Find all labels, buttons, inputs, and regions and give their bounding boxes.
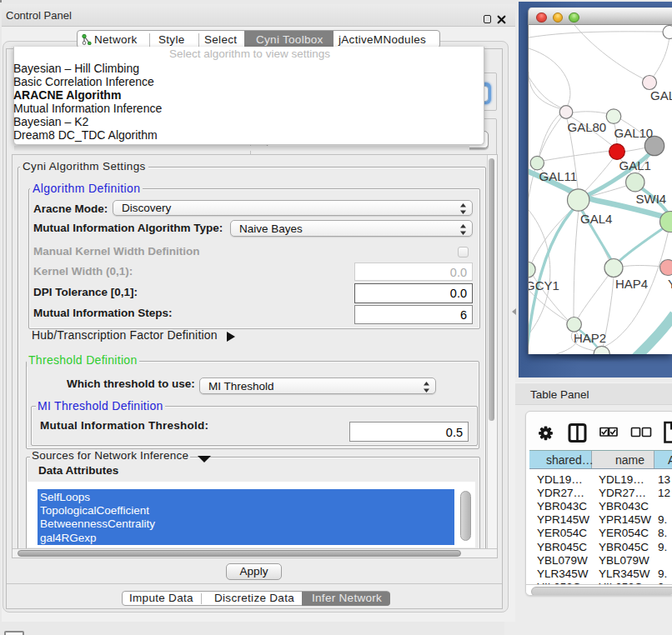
svg-text:SWI4: SWI4 <box>636 192 667 206</box>
svg-text:GAL10: GAL10 <box>614 126 654 140</box>
svg-text:GCY1: GCY1 <box>529 278 559 292</box>
svg-text:GAL11: GAL11 <box>539 169 578 183</box>
svg-text:HAP2: HAP2 <box>574 331 606 345</box>
svg-text:GAL1: GAL1 <box>619 158 651 172</box>
svg-text:Y: Y <box>668 277 672 291</box>
svg-text:HAP4: HAP4 <box>615 277 648 291</box>
svg-text:GAL2: GAL2 <box>650 88 672 102</box>
svg-text:GAL4: GAL4 <box>580 212 612 226</box>
svg-text:GAL80: GAL80 <box>568 120 607 134</box>
